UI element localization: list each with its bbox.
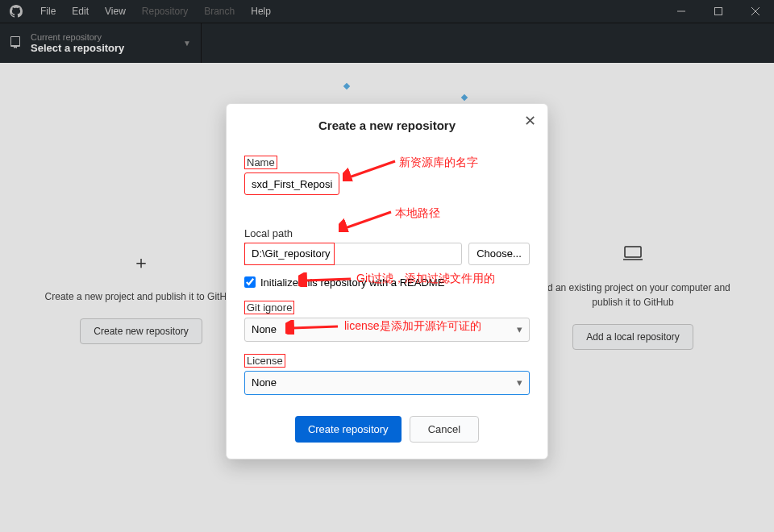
license-label: License [244,354,285,368]
choose-path-button[interactable]: Choose... [468,243,530,265]
chevron-down-icon: ▾ [517,376,522,389]
dialog-close-icon[interactable]: ✕ [524,112,536,130]
gitignore-select[interactable]: None ▾ [244,318,530,342]
chevron-down-icon: ▾ [517,323,522,335]
name-input[interactable] [244,172,339,195]
dialog-actions: Create repository Cancel [244,416,530,443]
gitignore-field: Git ignore None ▾ [244,300,530,342]
create-repository-dialog: ✕ Create a new repository Name Local pat… [226,103,548,459]
create-repository-button[interactable]: Create repository [295,416,402,443]
init-readme-checkbox[interactable] [244,276,256,288]
license-field: License None ▾ [244,353,530,395]
modal-overlay: ✕ Create a new repository Name Local pat… [0,0,774,532]
gitignore-value: None [252,323,277,335]
license-value: None [252,376,277,389]
name-label: Name [244,156,277,169]
local-path-label: Local path [244,227,293,239]
init-readme-row: Initialize this repository with a README [244,276,530,289]
init-readme-label: Initialize this repository with a README [260,276,444,289]
gitignore-label: Git ignore [244,301,294,314]
dialog-title: Create a new repository [244,118,530,132]
license-select[interactable]: None ▾ [244,371,530,395]
local-path-field: Local path Choose... [244,226,530,265]
name-field: Name [244,155,530,237]
cancel-button[interactable]: Cancel [410,416,479,443]
local-path-input[interactable] [244,243,462,265]
